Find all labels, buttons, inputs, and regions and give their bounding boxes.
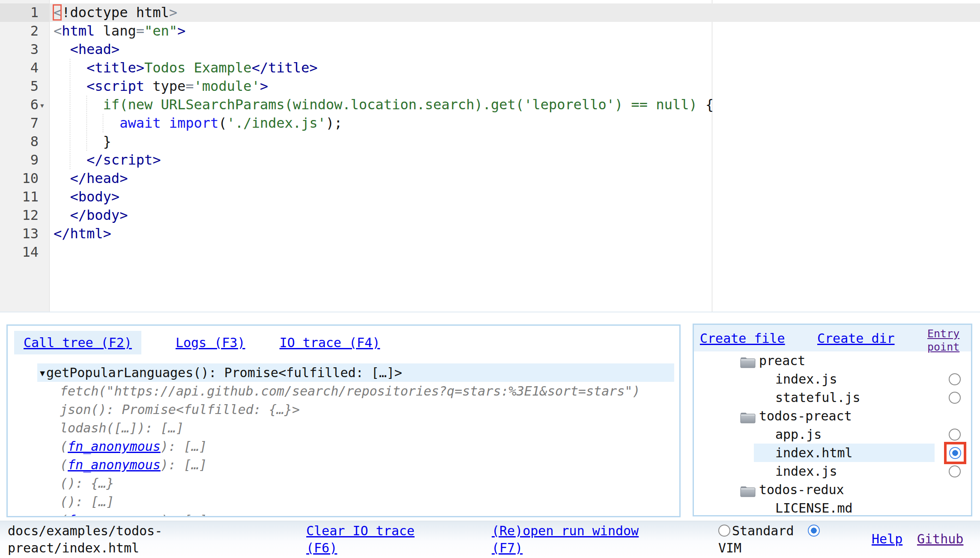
panel-tabs: Call tree (F2)Logs (F3)IO trace (F4) — [14, 331, 380, 354]
entry-point-link[interactable]: Entry point — [927, 327, 967, 354]
clear-io-trace-link[interactable]: Clear IO trace (F6) — [306, 522, 430, 557]
vim-keybinding-radio[interactable] — [808, 525, 820, 537]
entry-point-radio[interactable] — [949, 465, 961, 477]
file-name: preact — [759, 353, 805, 368]
code-line[interactable]: 7 await import('./index.js'); — [0, 114, 980, 132]
help-link[interactable]: Help — [872, 531, 902, 548]
call-label: ( — [60, 457, 68, 472]
code-text: <html lang="en"> — [50, 22, 980, 40]
code-line[interactable]: 8 } — [0, 132, 980, 151]
file-tree-file-LICENSE.md[interactable]: LICENSE.md — [694, 499, 971, 516]
call-label: ): […] — [161, 513, 207, 517]
file-tree: preactindex.jsstateful.jstodos-preactapp… — [694, 351, 971, 516]
line-number: 8 — [0, 132, 50, 151]
entry-point-radio[interactable] — [949, 373, 961, 385]
indent-guide — [103, 114, 103, 132]
standard-keybinding-label: Standard — [732, 523, 794, 538]
call-label: (): […] — [60, 494, 114, 509]
reopen-run-window-link[interactable]: (Re)open run window (F7) — [492, 522, 650, 557]
github-link[interactable]: Github — [917, 531, 963, 548]
code-text: </head> — [50, 169, 980, 188]
line-number: 4 — [0, 59, 50, 77]
file-tree-dir-todos-redux[interactable]: todos-redux — [694, 480, 971, 499]
keybindings-radio-group: Standard VIM — [718, 522, 847, 557]
file-tree-file-index.html[interactable]: index.html — [694, 444, 971, 462]
tab-logs-f3-: Logs (F3) — [176, 335, 245, 350]
line-number: 13 — [0, 225, 50, 243]
call-tree-row[interactable]: (fn_anonymous): […] — [60, 511, 679, 517]
code-line[interactable]: 9 </script> — [0, 151, 980, 169]
call-tree-row[interactable]: (fn_anonymous): […] — [60, 437, 679, 456]
call-tree-row[interactable]: ▾getPopularLanguages(): Promise<fulfille… — [37, 363, 674, 382]
file-tree-file-index.js[interactable]: index.js — [694, 462, 971, 480]
call-label: ): […] — [161, 439, 207, 454]
code-text: <body> — [50, 188, 980, 206]
create-file-link[interactable]: Create file — [700, 331, 785, 346]
file-tree-file-index.js[interactable]: index.js — [694, 370, 971, 388]
code-text: <title>Todos Example</title> — [50, 59, 980, 77]
call-label: getPopularLanguages(): Promise<fulfilled… — [46, 365, 402, 380]
call-label: ( — [60, 513, 68, 517]
call-label: json(): Promise<fulfilled: {…}> — [60, 402, 300, 417]
line-number: 9 — [0, 151, 50, 169]
code-text: if(new URLSearchParams(window.location.s… — [50, 96, 980, 114]
code-text: <head> — [50, 40, 980, 59]
line-number: 7 — [0, 114, 50, 132]
line-number: 5 — [0, 77, 50, 96]
code-line[interactable]: 6▾ if(new URLSearchParams(window.locatio… — [0, 96, 980, 114]
line-number: 14 — [0, 243, 50, 261]
anonymous-fn-link[interactable]: fn_anonymous — [68, 457, 161, 472]
file-browser-header: Create file Create dir Entry point — [694, 325, 971, 351]
call-label: lodash([…]): […] — [60, 420, 184, 435]
code-line[interactable]: 13</html> — [0, 225, 980, 243]
code-line[interactable]: 10 </head> — [0, 169, 980, 188]
code-line[interactable]: 2<html lang="en"> — [0, 22, 980, 40]
create-dir-link[interactable]: Create dir — [817, 331, 895, 346]
code-line[interactable]: 3 <head> — [0, 40, 980, 59]
code-line[interactable]: 1<!doctype html> — [0, 3, 980, 22]
code-editor[interactable]: 1<!doctype html>2<html lang="en">3 <head… — [0, 0, 980, 312]
call-label: ): […] — [161, 457, 207, 472]
anonymous-fn-link[interactable]: fn_anonymous — [68, 513, 161, 517]
file-name: index.html — [775, 445, 853, 460]
file-tree-file-app.js[interactable]: app.js — [694, 425, 971, 444]
file-name: LICENSE.md — [775, 501, 853, 516]
call-tree-row[interactable]: (): […] — [60, 492, 679, 511]
code-line[interactable]: 14 — [0, 243, 980, 261]
file-tree-dir-todos-preact[interactable]: todos-preact — [694, 407, 971, 425]
code-line[interactable]: 12 </body> — [0, 206, 980, 225]
call-tree-row[interactable]: (fn_anonymous): […] — [60, 456, 679, 474]
line-number: 3 — [0, 40, 50, 59]
call-label: ( — [60, 439, 68, 454]
line-number: 11 — [0, 188, 50, 206]
call-tree-row[interactable]: (): {…} — [60, 474, 679, 492]
entry-point-radio-selected[interactable] — [949, 447, 961, 459]
tab-link[interactable]: Call tree (F2) — [24, 335, 132, 350]
file-tree-dir-preact[interactable]: preact — [694, 351, 971, 370]
editor-cursor — [53, 4, 62, 21]
call-tree-row[interactable]: lodash([…]): […] — [60, 419, 679, 437]
tab-io-trace-f4-: IO trace (F4) — [279, 335, 380, 350]
entry-point-marker — [944, 442, 966, 464]
fold-toggle-icon[interactable]: ▾ — [39, 96, 45, 115]
file-name: todos-redux — [759, 482, 844, 497]
call-tree-row[interactable]: json(): Promise<fulfilled: {…}> — [60, 400, 679, 419]
entry-point-radio[interactable] — [949, 429, 961, 441]
call-tree-panel: Call tree (F2)Logs (F3)IO trace (F4) ▾ge… — [6, 324, 681, 517]
code-line[interactable]: 5 <script type='module'> — [0, 77, 980, 96]
tab-call-tree-f2-: Call tree (F2) — [14, 331, 141, 354]
call-tree-row[interactable]: fetch("https://api.github.com/search/rep… — [60, 382, 679, 400]
expand-triangle-icon[interactable]: ▾ — [39, 365, 46, 380]
entry-point-radio[interactable] — [949, 392, 961, 404]
code-line[interactable]: 4 <title>Todos Example</title> — [0, 59, 980, 77]
file-name: app.js — [775, 427, 822, 442]
code-line[interactable]: 11 <body> — [0, 188, 980, 206]
standard-keybinding-radio[interactable] — [718, 525, 730, 537]
tab-link[interactable]: IO trace (F4) — [279, 335, 380, 350]
vim-keybinding-label: VIM — [718, 540, 741, 555]
anonymous-fn-link[interactable]: fn_anonymous — [68, 439, 161, 454]
indent-guide — [70, 59, 70, 169]
file-tree-file-stateful.js[interactable]: stateful.js — [694, 388, 971, 407]
code-text: <script type='module'> — [50, 77, 980, 96]
tab-link[interactable]: Logs (F3) — [176, 335, 245, 350]
